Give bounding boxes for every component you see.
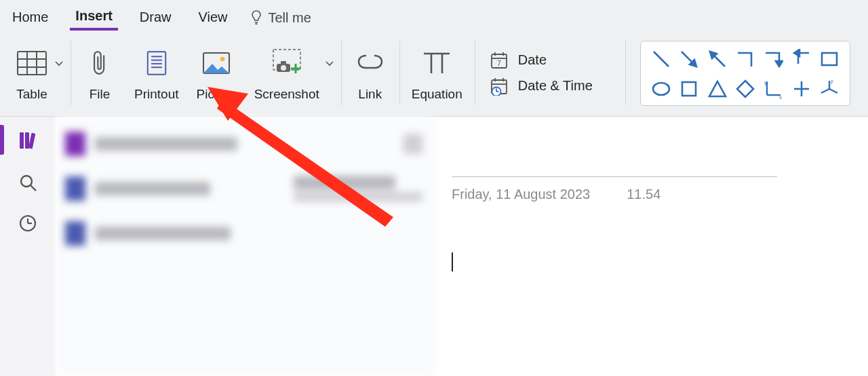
svg-text:7: 7: [497, 60, 501, 67]
shape-elbow1-icon[interactable]: [733, 47, 757, 71]
svg-line-35: [654, 52, 669, 67]
svg-point-43: [653, 83, 669, 95]
tell-me[interactable]: Tell me: [250, 10, 311, 26]
list-item[interactable]: [65, 126, 422, 162]
shape-line-down-icon[interactable]: [649, 47, 673, 71]
svg-line-53: [821, 89, 829, 93]
table-button[interactable]: Table: [9, 42, 54, 105]
svg-point-58: [21, 176, 32, 187]
shape-elbow-arrow2-icon[interactable]: [789, 47, 814, 71]
rail-indicator: [0, 125, 4, 155]
group-link: Link: [341, 33, 399, 113]
text-cursor: [452, 252, 453, 271]
title-separator: [452, 176, 777, 177]
list-item[interactable]: [65, 171, 422, 206]
link-button[interactable]: Link: [348, 42, 393, 105]
shape-square-icon[interactable]: [677, 77, 701, 101]
svg-text:x: x: [779, 94, 782, 99]
page-meta: Friday, 11 August 2023 11.54: [452, 187, 849, 202]
group-equation: Equation: [399, 33, 475, 113]
ribbon-tabs: Home Insert Draw View Tell me: [0, 0, 868, 30]
shapes-gallery[interactable]: yx y: [640, 41, 850, 106]
printout-label: Printout: [134, 87, 178, 102]
svg-rect-55: [20, 132, 24, 149]
picture-icon: [199, 46, 233, 80]
date-time-label: Date & Time: [518, 78, 593, 94]
svg-point-13: [220, 56, 225, 61]
date-time-icon: [490, 77, 509, 96]
shape-arrow-up-icon[interactable]: [705, 47, 730, 71]
tell-me-label: Tell me: [269, 10, 311, 26]
picture-label: Picture: [196, 87, 236, 102]
rail-search[interactable]: [18, 172, 38, 193]
date-button[interactable]: 7 Date: [490, 51, 593, 70]
svg-line-52: [829, 89, 837, 93]
lightbulb-icon: [250, 10, 263, 26]
page-time: 11.54: [627, 187, 660, 202]
note-canvas[interactable]: Friday, 11 August 2023 11.54: [433, 117, 868, 376]
file-label: File: [90, 87, 111, 102]
svg-rect-57: [28, 133, 36, 149]
date-time-button[interactable]: Date & Time: [490, 77, 593, 96]
group-tables: Table: [3, 33, 71, 113]
shape-ellipse-icon[interactable]: [649, 77, 673, 101]
svg-rect-42: [822, 53, 837, 65]
screenshot-dropdown[interactable]: [325, 42, 334, 67]
table-label: Table: [16, 87, 47, 102]
content-area: Friday, 11 August 2023 11.54: [0, 117, 868, 376]
date-label: Date: [518, 52, 547, 68]
tab-view[interactable]: View: [193, 7, 233, 29]
table-dropdown[interactable]: [54, 42, 64, 67]
shape-axes-xy-icon[interactable]: yx: [761, 77, 785, 101]
printout-icon: [140, 46, 174, 80]
equation-button[interactable]: Equation: [406, 42, 468, 105]
screenshot-label: Screenshot: [254, 87, 319, 102]
link-label: Link: [358, 87, 382, 102]
shape-elbow-arrow-icon[interactable]: [761, 47, 785, 71]
page-list[interactable]: [56, 117, 433, 376]
list-item[interactable]: [65, 216, 422, 251]
shape-arrow-down-icon[interactable]: [677, 47, 701, 71]
table-icon: [15, 46, 49, 80]
svg-text:y: y: [831, 79, 833, 84]
group-files: File Printout Pi: [71, 33, 341, 113]
shape-axes3d-icon[interactable]: y: [817, 77, 842, 101]
screenshot-icon: [270, 46, 304, 80]
printout-button[interactable]: Printout: [129, 42, 184, 105]
svg-rect-16: [281, 61, 286, 64]
tab-draw[interactable]: Draw: [134, 7, 177, 29]
shape-rect-icon[interactable]: [817, 47, 842, 71]
svg-point-17: [281, 65, 286, 71]
shape-plus-icon[interactable]: [789, 77, 814, 101]
equation-label: Equation: [412, 87, 462, 102]
page-date: Friday, 11 August 2023: [452, 187, 590, 202]
svg-marker-41: [794, 50, 800, 56]
date-icon: 7: [490, 51, 509, 70]
link-icon: [353, 46, 387, 80]
rail-notebooks[interactable]: [16, 129, 39, 152]
screenshot-button[interactable]: Screenshot: [249, 42, 325, 105]
nav-rail: [0, 117, 56, 376]
paperclip-icon: [83, 46, 117, 80]
rail-recent[interactable]: [18, 213, 38, 233]
group-shapes: yx y: [625, 33, 865, 113]
shape-diamond-icon[interactable]: [733, 77, 757, 101]
svg-rect-44: [682, 82, 696, 96]
equation-icon: [420, 46, 454, 80]
ribbon-insert: Table File: [0, 30, 868, 117]
picture-button[interactable]: Picture: [191, 42, 241, 105]
shape-triangle-icon[interactable]: [705, 77, 730, 101]
group-timestamp: 7 Date Date & Time: [475, 33, 608, 113]
file-button[interactable]: File: [77, 42, 122, 105]
tab-insert[interactable]: Insert: [70, 5, 117, 31]
svg-text:y: y: [764, 79, 767, 86]
svg-line-59: [31, 185, 36, 191]
svg-rect-2: [18, 52, 46, 75]
svg-marker-40: [776, 61, 783, 67]
svg-rect-56: [25, 132, 29, 149]
tab-home[interactable]: Home: [7, 7, 54, 29]
